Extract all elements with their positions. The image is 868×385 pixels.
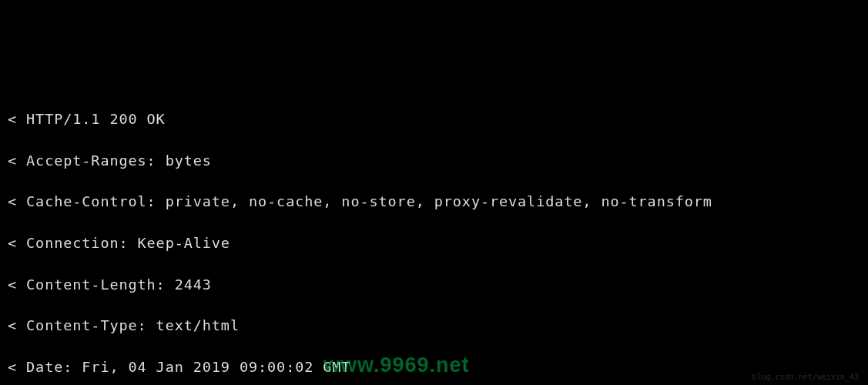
header-date: < Date: Fri, 04 Jan 2019 09:00:02 GMT [8, 357, 860, 378]
header-content-type: < Content-Type: text/html [8, 316, 860, 336]
header-cache-control: < Cache-Control: private, no-cache, no-s… [8, 192, 860, 213]
header-content-length: < Content-Length: 2443 [8, 275, 860, 296]
http-status-line: < HTTP/1.1 200 OK [8, 109, 860, 130]
header-accept-ranges: < Accept-Ranges: bytes [8, 151, 860, 172]
terminal-output: < HTTP/1.1 200 OK < Accept-Ranges: bytes… [8, 89, 860, 385]
header-connection: < Connection: Keep-Alive [8, 233, 860, 254]
